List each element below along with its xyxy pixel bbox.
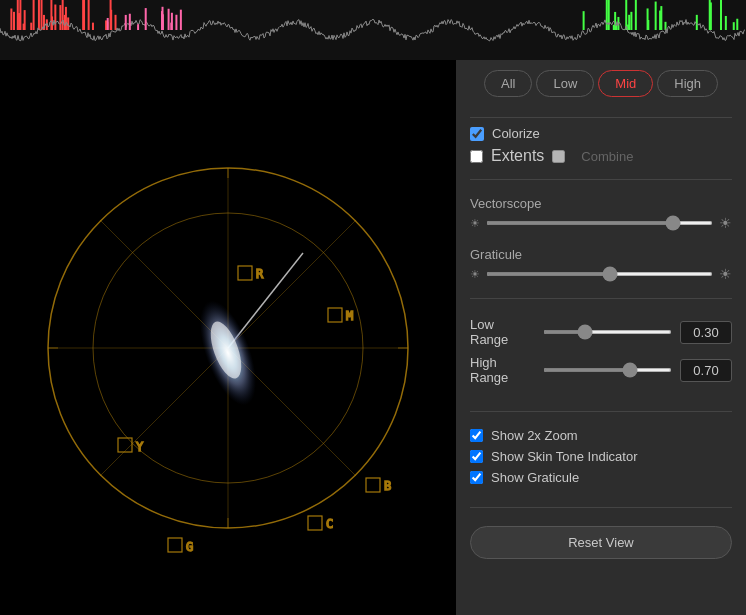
combine-label: Combine bbox=[581, 149, 633, 164]
show-zoom-row: Show 2x Zoom bbox=[470, 428, 732, 443]
vectorscope-brightness-max-icon: ☀ bbox=[719, 215, 732, 231]
svg-text:R: R bbox=[256, 267, 264, 281]
svg-text:B: B bbox=[384, 479, 391, 493]
vectorscope-brightness-min-icon: ☀ bbox=[470, 217, 480, 230]
svg-text:Y: Y bbox=[136, 440, 144, 454]
high-range-slider[interactable] bbox=[543, 368, 672, 372]
divider-1 bbox=[470, 117, 732, 118]
divider-3 bbox=[470, 298, 732, 299]
extents-checkbox[interactable] bbox=[470, 150, 483, 163]
high-range-label: High Range bbox=[470, 355, 535, 385]
graticule-slider-section: Graticule ☀ ☀ bbox=[470, 247, 732, 282]
graticule-slider-row: ☀ ☀ bbox=[470, 266, 732, 282]
range-section: Low Range High Range bbox=[470, 317, 732, 393]
vectorscope-slider[interactable] bbox=[486, 221, 713, 225]
graticule-slider[interactable] bbox=[486, 272, 713, 276]
bottom-checks: Show 2x Zoom Show Skin Tone Indicator Sh… bbox=[470, 428, 732, 491]
show-skin-tone-checkbox[interactable] bbox=[470, 450, 483, 463]
scope-svg: R M B C G Y bbox=[18, 98, 438, 578]
graticule-brightness-max-icon: ☀ bbox=[719, 266, 732, 282]
colorize-checkbox[interactable] bbox=[470, 127, 484, 141]
divider-5 bbox=[470, 507, 732, 508]
low-range-value[interactable] bbox=[680, 321, 732, 344]
show-zoom-label: Show 2x Zoom bbox=[491, 428, 578, 443]
vectorscope-display: R M B C G Y bbox=[0, 60, 456, 615]
svg-text:G: G bbox=[186, 540, 193, 554]
colorize-row: Colorize bbox=[470, 126, 732, 141]
graticule-brightness-min-icon: ☀ bbox=[470, 268, 480, 281]
vectorscope-label: Vectorscope bbox=[470, 196, 732, 211]
tab-bar: All Low Mid High bbox=[470, 70, 732, 97]
show-skin-tone-row: Show Skin Tone Indicator bbox=[470, 449, 732, 464]
tab-mid[interactable]: Mid bbox=[598, 70, 653, 97]
vectorscope-slider-section: Vectorscope ☀ ☀ bbox=[470, 196, 732, 231]
tab-high[interactable]: High bbox=[657, 70, 718, 97]
low-range-label: Low Range bbox=[470, 317, 535, 347]
tab-low[interactable]: Low bbox=[536, 70, 594, 97]
show-graticule-label: Show Graticule bbox=[491, 470, 579, 485]
show-graticule-row: Show Graticule bbox=[470, 470, 732, 485]
tab-all[interactable]: All bbox=[484, 70, 532, 97]
colorize-label: Colorize bbox=[492, 126, 540, 141]
divider-2 bbox=[470, 179, 732, 180]
show-zoom-checkbox[interactable] bbox=[470, 429, 483, 442]
top-waveform bbox=[0, 0, 746, 60]
svg-text:M: M bbox=[346, 309, 353, 323]
divider-4 bbox=[470, 411, 732, 412]
extents-combine-row: Extents Combine bbox=[470, 147, 732, 165]
vectorscope-slider-row: ☀ ☀ bbox=[470, 215, 732, 231]
show-skin-tone-label: Show Skin Tone Indicator bbox=[491, 449, 637, 464]
reset-view-button[interactable]: Reset View bbox=[470, 526, 732, 559]
high-range-row: High Range bbox=[470, 355, 732, 385]
svg-text:C: C bbox=[326, 517, 333, 531]
combine-checkbox[interactable] bbox=[552, 150, 565, 163]
extents-label: Extents bbox=[491, 147, 544, 165]
right-panel: All Low Mid High Colorize Extents Combin… bbox=[456, 60, 746, 615]
graticule-label: Graticule bbox=[470, 247, 732, 262]
high-range-value[interactable] bbox=[680, 359, 732, 382]
low-range-slider[interactable] bbox=[543, 330, 672, 334]
low-range-row: Low Range bbox=[470, 317, 732, 347]
show-graticule-checkbox[interactable] bbox=[470, 471, 483, 484]
